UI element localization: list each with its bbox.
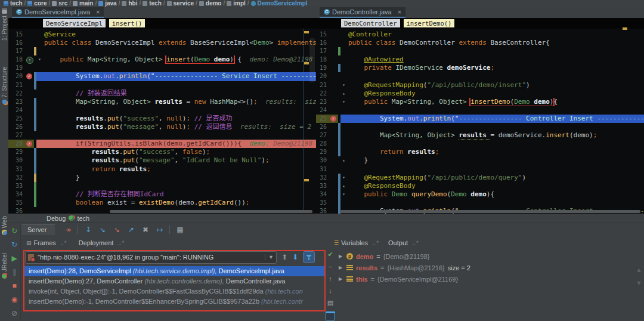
- line-number[interactable]: 35: [8, 199, 26, 207]
- gutter-icon-slot[interactable]: [330, 81, 338, 89]
- drop-frame-button[interactable]: ✖: [141, 226, 150, 234]
- line-number[interactable]: 22: [316, 89, 330, 98]
- gutter-icon-slot[interactable]: ✓: [330, 115, 338, 123]
- fold-marker[interactable]: [36, 81, 43, 89]
- gutter-icon-slot[interactable]: [26, 174, 34, 182]
- console-window-icon[interactable]: [326, 311, 335, 320]
- fold-marker[interactable]: [36, 140, 43, 148]
- tab-frames[interactable]: ▤ Frames →*: [21, 238, 72, 248]
- implementing-method-icon[interactable]: ↑: [26, 57, 33, 64]
- fold-marker[interactable]: [340, 30, 347, 39]
- line-number[interactable]: 33: [316, 182, 330, 190]
- fold-marker[interactable]: [340, 47, 347, 55]
- fold-marker[interactable]: [340, 115, 347, 123]
- line-number[interactable]: 33: [8, 182, 26, 190]
- gutter-icon-slot[interactable]: [330, 98, 338, 106]
- breakpoint-icon[interactable]: ✓: [330, 116, 336, 122]
- close-icon[interactable]: ×: [96, 8, 100, 16]
- code-line[interactable]: 28: [316, 140, 644, 148]
- gutter-icon-slot[interactable]: [26, 81, 34, 89]
- thread-selector[interactable]: "http-nio-8080-exec-24"@18,962 in group …: [25, 251, 277, 264]
- fold-marker[interactable]: [340, 39, 347, 47]
- breadcrumb-member[interactable]: insertDemo(): [404, 19, 455, 27]
- code-line[interactable]: 26 results.put("message", null); // 返回信息…: [8, 123, 316, 131]
- gutter-icon-slot[interactable]: [26, 207, 34, 214]
- tab-demoserviceimpl-java[interactable]: C DemoServiceImpl.java ×: [12, 7, 104, 18]
- breadcrumb-class[interactable]: DemoServiceImpl: [43, 19, 106, 27]
- view-breakpoints-button[interactable]: ◉: [10, 295, 19, 304]
- gutter-icon-slot[interactable]: [330, 131, 338, 140]
- fold-marker[interactable]: [340, 55, 347, 64]
- toolwindow-jrebel[interactable]: JRebel: [0, 253, 8, 279]
- line-number[interactable]: 34: [8, 190, 26, 199]
- fold-marker[interactable]: [340, 131, 347, 140]
- fold-marker[interactable]: [36, 115, 43, 123]
- code-line[interactable]: 32 }: [8, 174, 316, 182]
- fold-marker[interactable]: [36, 190, 43, 199]
- breadcrumb-item-demo[interactable]: demo: [199, 0, 222, 7]
- fold-marker[interactable]: [36, 64, 43, 72]
- code-line[interactable]: 22▴ @ResponseBody: [316, 89, 644, 98]
- gutter-icon-slot[interactable]: [330, 47, 338, 55]
- line-number[interactable]: 20: [316, 72, 330, 81]
- tab-variables[interactable]: ☰ Variables →*: [329, 238, 383, 248]
- server-tab[interactable]: Server: [21, 224, 55, 235]
- variable-row[interactable]: ▶results={HashMap@21216}size = 2: [338, 262, 640, 273]
- breadcrumb-class[interactable]: DemoController: [341, 19, 400, 27]
- expand-arrow-icon[interactable]: ▶: [338, 254, 343, 259]
- step-over-button[interactable]: ↧: [83, 226, 92, 234]
- fold-marker[interactable]: [340, 106, 347, 115]
- breakpoint-icon[interactable]: ✓: [26, 141, 32, 147]
- line-number[interactable]: 32: [8, 174, 26, 182]
- gutter-icon-slot[interactable]: ✓: [26, 72, 34, 81]
- gutter-icon-slot[interactable]: [26, 98, 34, 106]
- gutter-icon-slot[interactable]: [330, 156, 338, 165]
- code-line[interactable]: 27 Map<String, Object> results = demoSer…: [316, 131, 644, 140]
- code-line[interactable]: 33▴ @ResponseBody: [316, 182, 644, 190]
- gutter-icon-slot[interactable]: [330, 140, 338, 148]
- step-out-button[interactable]: ↗: [126, 226, 135, 234]
- breadcrumb-item-java[interactable]: java: [98, 0, 116, 7]
- code-line[interactable]: 17: [316, 47, 644, 55]
- line-number[interactable]: 35: [316, 199, 330, 207]
- line-number[interactable]: 27: [316, 131, 330, 140]
- line-number[interactable]: 30: [316, 156, 330, 165]
- tab-deployment[interactable]: Deployment →*: [74, 238, 129, 248]
- gutter-icon-slot[interactable]: [26, 64, 34, 72]
- line-number[interactable]: 15: [316, 30, 330, 39]
- code-line[interactable]: 21: [8, 81, 316, 89]
- mute-breakpoints-button[interactable]: ⊘: [10, 308, 19, 318]
- line-number[interactable]: 26: [316, 123, 330, 131]
- line-number[interactable]: 19: [316, 64, 330, 72]
- gutter-icon-slot[interactable]: [330, 89, 338, 98]
- code-line[interactable]: 24: [316, 106, 644, 115]
- line-number[interactable]: 15: [8, 30, 26, 39]
- show-execution-point-button[interactable]: ↠: [63, 226, 72, 234]
- breadcrumb-item-impl[interactable]: impl: [227, 0, 246, 7]
- code-line[interactable]: 30 results.put("message", "IdCard Not be…: [8, 156, 316, 165]
- line-number[interactable]: 18: [8, 55, 26, 64]
- fold-marker[interactable]: ▾: [340, 98, 347, 106]
- code-line[interactable]: 17: [8, 47, 316, 55]
- code-line[interactable]: 34▾ public Demo queryDemo(Demo demo){: [316, 190, 644, 199]
- up-arrow-icon[interactable]: ↑: [329, 275, 332, 282]
- resume-program-button[interactable]: ▶: [10, 254, 19, 263]
- gutter-icon-slot[interactable]: [330, 72, 338, 81]
- line-number[interactable]: 17: [316, 47, 330, 55]
- code-line[interactable]: 25✓ System.out.println("----------------…: [316, 115, 644, 123]
- line-number[interactable]: 27: [8, 131, 26, 140]
- gutter-icon-slot[interactable]: [330, 39, 338, 47]
- code-line[interactable]: 31: [316, 165, 644, 174]
- line-number[interactable]: 22: [8, 89, 26, 98]
- copy-stack-icon[interactable]: ▤: [327, 299, 333, 307]
- fold-marker[interactable]: [340, 165, 347, 174]
- code-line[interactable]: 35 boolean exist = existDemo(demo.getIdC…: [8, 199, 316, 207]
- code-line[interactable]: 23▾ public Map<String, Object> insertDem…: [316, 98, 644, 106]
- variable-row[interactable]: ▶pdemo={Demo@21198}: [338, 251, 640, 262]
- expand-arrow-icon[interactable]: ▶: [338, 265, 343, 270]
- code-line[interactable]: 18 @Autowired: [316, 55, 644, 64]
- breadcrumb-item-main[interactable]: main: [73, 0, 93, 7]
- fold-marker[interactable]: [36, 30, 43, 39]
- breadcrumb-item-tech[interactable]: tech: [143, 0, 162, 7]
- scroll-up-icon[interactable]: ▲: [636, 266, 642, 273]
